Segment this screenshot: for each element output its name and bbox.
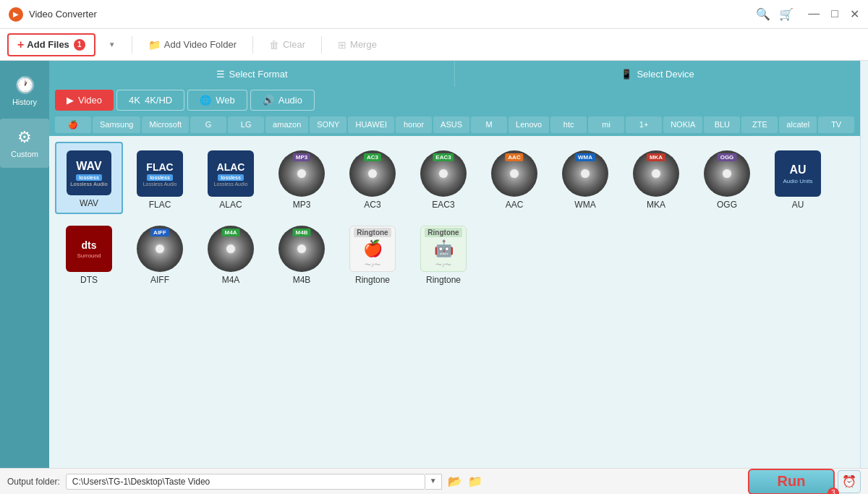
flac-icon: FLAC lossless Lossless Audio <box>137 150 183 197</box>
custom-icon: ⚙ <box>17 128 32 147</box>
cart-icon[interactable]: 🛒 <box>779 7 793 21</box>
mp3-icon: MP3 <box>278 150 325 197</box>
dts-label: DTS <box>80 275 98 285</box>
ac3-label: AC3 <box>364 200 380 210</box>
web-cat-label: Web <box>216 95 235 106</box>
brand-motorola[interactable]: M <box>471 116 507 133</box>
video-cat-icon: ▶ <box>67 95 74 106</box>
format-eac3[interactable]: EAC3 EAC3 <box>409 142 477 214</box>
brand-alcatel[interactable]: alcatel <box>779 116 817 133</box>
web-category-button[interactable]: 🌐 Web <box>187 90 247 111</box>
clear-icon: 🗑 <box>269 39 279 51</box>
open-folder-icon[interactable]: 📁 <box>468 474 482 488</box>
alarm-button[interactable]: ⏰ <box>838 470 861 493</box>
brand-zte[interactable]: ZTE <box>741 116 778 133</box>
select-format-label: Select Format <box>229 69 288 80</box>
output-folder-label: Output folder: <box>7 477 60 487</box>
ogg-label: OGG <box>717 200 737 210</box>
brand-tv[interactable]: TV <box>818 116 854 133</box>
main-layout: 🕐 History ⚙ Custom ☰ Select Format 📱 Sel… <box>0 61 868 468</box>
bottom-bar: Output folder: C:\Users\TG-1\Desktop\Tas… <box>0 468 868 494</box>
brand-honor[interactable]: honor <box>396 116 432 133</box>
sidebar-item-history[interactable]: 🕐 History <box>0 67 49 116</box>
format-alac[interactable]: ALAC lossless Lossless Audio ALAC <box>197 142 265 214</box>
format-mp3[interactable]: MP3 MP3 <box>268 142 336 214</box>
ac3-icon: AC3 <box>349 150 396 197</box>
alac-icon: ALAC lossless Lossless Audio <box>208 150 254 197</box>
device-brands-bar: 🍎 Samsung Microsoft G LG amazon SONY HUA… <box>49 114 860 136</box>
toolbar-divider-3 <box>321 36 322 54</box>
brand-huawei[interactable]: HUAWEI <box>348 116 394 133</box>
wma-label: WMA <box>574 200 595 210</box>
app-title: Video Converter <box>29 9 756 20</box>
brand-samsung[interactable]: Samsung <box>93 116 140 133</box>
brand-xiaomi[interactable]: mi <box>588 116 624 133</box>
sidebar-item-custom[interactable]: ⚙ Custom <box>0 119 49 168</box>
close-button[interactable]: ✕ <box>850 7 859 21</box>
merge-button[interactable]: ⊞ Merge <box>329 35 386 54</box>
aiff-icon: AIFF <box>137 226 183 272</box>
format-mka[interactable]: MKA MKA <box>622 142 690 214</box>
aiff-label: AIFF <box>150 275 169 285</box>
brand-lenovo[interactable]: Lenovo <box>509 116 549 133</box>
format-wav[interactable]: WAV lossless Lossless Audio WAV <box>55 142 123 214</box>
format-ringtone-android[interactable]: Ringtone 🤖 〜♪〜 Ringtone <box>409 217 477 289</box>
output-path-field[interactable]: C:\Users\TG-1\Desktop\Taste Video <box>66 474 425 490</box>
ogg-icon: OGG <box>704 150 750 197</box>
format-aiff[interactable]: AIFF AIFF <box>126 217 194 289</box>
add-files-button[interactable]: + Add Files 1 <box>7 33 95 56</box>
clear-button[interactable]: 🗑 Clear <box>260 35 314 54</box>
history-label: History <box>12 98 37 106</box>
format-flac[interactable]: FLAC lossless Lossless Audio FLAC <box>126 142 194 214</box>
format-ringtone-ios[interactable]: Ringtone 🍎 〜♪〜 Ringtone <box>339 217 407 289</box>
content-area: ☰ Select Format 📱 Select Device ▶ Video … <box>49 61 860 468</box>
format-ogg[interactable]: OGG OGG <box>693 142 761 214</box>
brand-apple[interactable]: 🍎 <box>55 116 91 133</box>
browse-folder-icon[interactable]: 📂 <box>448 474 462 488</box>
audio-category-button[interactable]: 🔊 Audio <box>250 90 315 111</box>
4khd-cat-label: 4K/HD <box>145 95 172 106</box>
mka-icon: MKA <box>633 150 679 197</box>
maximize-button[interactable]: □ <box>831 7 838 21</box>
add-folder-dropdown-button[interactable]: ▼ <box>98 37 124 52</box>
minimize-button[interactable]: — <box>808 7 820 21</box>
format-ac3[interactable]: AC3 AC3 <box>339 142 407 214</box>
brand-htc[interactable]: htc <box>550 116 587 133</box>
run-button[interactable]: Run <box>748 469 835 495</box>
format-dts[interactable]: dts Surround DTS <box>55 217 123 289</box>
history-icon: 🕐 <box>15 76 35 95</box>
brand-sony[interactable]: SONY <box>310 116 346 133</box>
add-folder-label: Add Video Folder <box>164 39 237 50</box>
format-categories: ▶ Video 4K 4K/HD 🌐 Web 🔊 Audio <box>49 87 860 114</box>
aac-icon: AAC <box>491 150 537 197</box>
video-category-button[interactable]: ▶ Video <box>55 90 114 111</box>
folder-icon: 📁 <box>148 39 161 51</box>
brand-asus[interactable]: ASUS <box>433 116 469 133</box>
run-button-wrap: Run 3 ⏰ <box>748 469 861 495</box>
brand-lg[interactable]: LG <box>228 116 264 133</box>
brand-amazon[interactable]: amazon <box>265 116 308 133</box>
wma-icon: WMA <box>562 150 608 197</box>
4khd-category-button[interactable]: 4K 4K/HD <box>116 90 184 111</box>
brand-blu[interactable]: BLU <box>704 116 740 133</box>
search-icon[interactable]: 🔍 <box>756 7 770 21</box>
brand-google[interactable]: G <box>190 116 226 133</box>
wav-icon: WAV lossless Lossless Audio <box>67 150 111 195</box>
window-controls: — □ ✕ <box>808 7 859 21</box>
select-format-tab[interactable]: ☰ Select Format <box>49 61 455 87</box>
format-m4b[interactable]: M4B M4B <box>268 217 336 289</box>
titlebar: ▶ Video Converter 🔍 🛒 — □ ✕ <box>0 0 868 29</box>
format-au[interactable]: AU Audio Units AU <box>764 142 832 214</box>
format-m4a[interactable]: M4A M4A <box>197 217 265 289</box>
brand-oneplus[interactable]: 1+ <box>626 116 662 133</box>
output-path-dropdown[interactable]: ▼ <box>425 474 442 490</box>
brand-microsoft[interactable]: Microsoft <box>142 116 189 133</box>
step1-badge: 1 <box>74 39 85 51</box>
format-wma[interactable]: WMA WMA <box>551 142 619 214</box>
add-video-folder-button[interactable]: 📁 Add Video Folder <box>140 35 245 54</box>
select-device-tab[interactable]: 📱 Select Device <box>455 61 860 87</box>
dts-icon: dts Surround <box>66 226 112 272</box>
format-aac[interactable]: AAC AAC <box>480 142 548 214</box>
brand-nokia[interactable]: NOKIA <box>663 116 702 133</box>
audio-cat-icon: 🔊 <box>263 95 274 106</box>
